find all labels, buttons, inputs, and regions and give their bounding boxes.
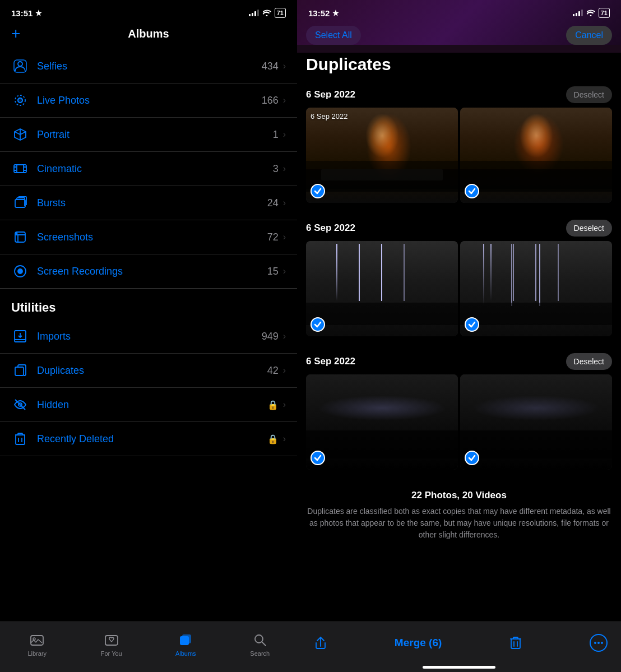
person-icon	[11, 57, 29, 75]
tab-library[interactable]: Library	[0, 632, 75, 657]
stack-icon	[11, 194, 29, 212]
tab-bar-left: Library For You Albums	[0, 622, 297, 672]
summary-title: 22 Photos, 20 Videos	[306, 490, 612, 501]
duplicates-count: 42	[267, 365, 279, 377]
album-item-bursts[interactable]: Bursts 24 ›	[0, 186, 297, 220]
summary-section: 22 Photos, 20 Videos Duplicates are clas…	[297, 481, 621, 550]
utilities-section: Utilities Imports 949 ›	[0, 289, 297, 456]
cinematic-count: 3	[273, 163, 279, 175]
portrait-chevron: ›	[283, 129, 286, 140]
duplicate-icon	[11, 362, 29, 379]
duplicates-scroll-content[interactable]: 6 Sep 2022 Deselect 6 Sep 2022	[297, 81, 621, 622]
photo-thumb-3a[interactable]	[306, 374, 458, 470]
imports-label: Imports	[37, 331, 262, 342]
photo-icon	[29, 632, 45, 648]
location-right-icon	[332, 10, 339, 16]
eye-off-icon	[11, 396, 29, 414]
photo-thumb-1a[interactable]: 6 Sep 2022	[306, 108, 458, 203]
album-item-hidden[interactable]: Hidden 🔒 ›	[0, 388, 297, 422]
check-badge-2a[interactable]	[310, 317, 325, 332]
check-badge-3a[interactable]	[310, 451, 325, 465]
signal-icon	[249, 10, 259, 16]
trash-button[interactable]	[506, 633, 526, 653]
tab-search-label: Search	[250, 650, 270, 657]
cancel-button[interactable]: Cancel	[566, 26, 612, 45]
duplicates-chevron: ›	[283, 365, 286, 376]
more-button[interactable]	[590, 634, 608, 652]
screen-recordings-count: 15	[267, 266, 279, 277]
svg-rect-6	[15, 200, 25, 207]
date-label-1: 6 Sep 2022	[306, 89, 355, 100]
album-item-recently-deleted[interactable]: Recently Deleted 🔒 ›	[0, 422, 297, 456]
svg-rect-22	[182, 634, 191, 643]
status-right-left: 71	[249, 8, 286, 18]
photo-thumb-1b[interactable]	[460, 108, 612, 203]
svg-rect-15	[16, 435, 25, 444]
svg-point-28	[594, 642, 596, 644]
check-badge-3b[interactable]	[465, 451, 479, 465]
album-item-duplicates[interactable]: Duplicates 42 ›	[0, 354, 297, 388]
tab-for-you[interactable]: For You	[75, 632, 149, 657]
check-badge-1b[interactable]	[465, 184, 479, 198]
svg-rect-5	[14, 165, 26, 173]
share-button[interactable]	[310, 633, 331, 653]
location-icon	[35, 10, 42, 16]
add-album-button[interactable]: +	[11, 25, 20, 43]
album-item-portrait[interactable]: Portrait 1 ›	[0, 118, 297, 152]
album-item-live-photos[interactable]: Live Photos 166 ›	[0, 84, 297, 118]
date-row-3: 6 Sep 2022 Deselect	[306, 347, 612, 374]
portrait-label: Portrait	[37, 129, 273, 141]
tab-search[interactable]: Search	[223, 632, 298, 657]
album-item-imports[interactable]: Imports 949 ›	[0, 319, 297, 354]
tab-for-you-label: For You	[101, 650, 122, 657]
photo-pair-1: 6 Sep 2022	[306, 108, 612, 203]
select-all-button[interactable]: Select All	[306, 26, 361, 45]
selfies-label: Selfies	[37, 61, 262, 72]
deselect-button-2[interactable]: Deselect	[566, 220, 612, 237]
check-badge-2b[interactable]	[465, 317, 479, 332]
deselect-button-1[interactable]: Deselect	[566, 86, 612, 103]
svg-rect-25	[511, 639, 520, 648]
photo-thumb-2a[interactable]	[306, 241, 458, 336]
album-item-selfies[interactable]: Selfies 434 ›	[0, 49, 297, 84]
selfies-chevron: ›	[283, 61, 286, 71]
right-panel: 13:52 71 Select All Cancel Duplicates	[297, 0, 621, 672]
photo-thumb-3b[interactable]	[460, 374, 612, 470]
album-item-screen-recordings[interactable]: Screen Recordings 15 ›	[0, 254, 297, 289]
svg-point-0	[18, 62, 22, 66]
recently-deleted-label: Recently Deleted	[37, 433, 267, 445]
check-badge-1a[interactable]	[310, 184, 325, 198]
screenshot-icon	[11, 228, 29, 246]
date-group-2: 6 Sep 2022 Deselect	[297, 214, 621, 347]
deselect-button-3[interactable]: Deselect	[566, 353, 612, 370]
bursts-chevron: ›	[283, 198, 286, 208]
wifi-right-icon	[586, 10, 595, 16]
wifi-icon	[262, 10, 271, 16]
photo-thumb-2b[interactable]	[460, 241, 612, 336]
search-icon	[252, 632, 268, 648]
left-panel: 13:51 71 + Albums	[0, 0, 297, 672]
album-item-screenshots[interactable]: Screenshots 72 ›	[0, 220, 297, 254]
hidden-label: Hidden	[37, 399, 267, 411]
svg-point-8	[16, 233, 17, 234]
bursts-count: 24	[267, 197, 279, 209]
date-group-3: 6 Sep 2022 Deselect	[297, 347, 621, 481]
album-item-cinematic[interactable]: Cinematic 3 ›	[0, 152, 297, 186]
heart-icon	[104, 632, 119, 648]
live-photos-chevron: ›	[283, 95, 286, 105]
battery-right-icon: 71	[599, 8, 610, 18]
hidden-lock-icon: 🔒	[267, 400, 279, 410]
svg-point-29	[597, 642, 600, 644]
svg-point-30	[601, 642, 603, 644]
live-photos-count: 166	[262, 95, 279, 106]
time-right: 13:52	[308, 8, 339, 18]
imports-chevron: ›	[283, 331, 286, 341]
merge-button[interactable]: Merge (6)	[395, 637, 442, 649]
time-left: 13:51	[11, 8, 42, 18]
photo-pair-2	[306, 241, 612, 336]
recently-deleted-lock-icon: 🔒	[267, 434, 279, 444]
albums-header: + Albums	[0, 22, 297, 49]
svg-point-10	[18, 269, 22, 274]
date-label-2: 6 Sep 2022	[306, 223, 355, 234]
tab-albums[interactable]: Albums	[149, 632, 223, 657]
